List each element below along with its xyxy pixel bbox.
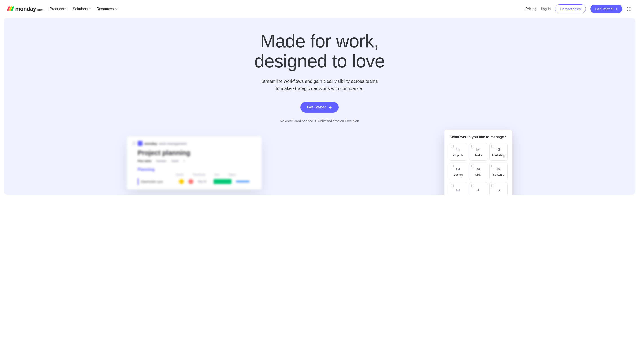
login-link[interactable]: Log in — [541, 7, 551, 11]
hero-title-line2: designed to love — [254, 51, 385, 71]
product-preview-card: monday work management Project planning … — [127, 136, 262, 190]
board-tab: Kanban — [156, 159, 166, 163]
logo[interactable]: monday .com — [8, 6, 43, 12]
checkbox-icon — [491, 165, 494, 168]
avatar-icon — [188, 179, 193, 184]
hero-cta: Get Started — [219, 102, 420, 113]
nav-links: Products Solutions Resources — [50, 7, 117, 11]
header-left: monday .com Products Solutions Resources — [8, 6, 118, 12]
manage-item-product[interactable] — [489, 182, 508, 195]
status-badge — [214, 179, 232, 184]
board-tab: Gantt — [171, 159, 179, 163]
manage-label: Projects — [453, 154, 463, 157]
nav-products[interactable]: Products — [50, 7, 67, 11]
top-nav: monday .com Products Solutions Resources — [0, 0, 639, 18]
checkbox-icon — [471, 165, 474, 168]
get-started-hero-label: Get Started — [307, 105, 327, 110]
gear-icon — [476, 188, 480, 192]
hero-subtitle: Streamline workflows and gain clear visi… — [219, 78, 420, 92]
manage-item-projects[interactable]: Projects — [449, 143, 467, 161]
svg-point-5 — [499, 169, 499, 170]
col: Timeframe — [193, 173, 205, 176]
hero-subtitle-line1: Streamline workflows and gain clear visi… — [261, 79, 378, 84]
manage-item-tasks[interactable]: Tasks — [469, 143, 487, 161]
row-name: Stakeholder sync — [141, 180, 175, 183]
nav-resources[interactable]: Resources — [97, 7, 117, 11]
manage-label: Software — [493, 173, 504, 176]
logo-text: monday — [15, 6, 36, 12]
apps-grid-icon[interactable] — [627, 7, 631, 11]
manage-label: Marketing — [492, 154, 505, 157]
product-brand: monday — [144, 142, 157, 146]
hero-note: No credit card needed ✦ Unlimited time o… — [219, 119, 420, 123]
svg-rect-6 — [457, 189, 459, 191]
checkbox-icon — [451, 165, 453, 168]
board-columns: Owner Timeframe Due Status — [176, 173, 256, 176]
nav-solutions[interactable]: Solutions — [73, 7, 91, 11]
svg-point-4 — [497, 168, 498, 168]
manage-item-software[interactable]: Software — [489, 163, 508, 180]
board-tab: Plan table — [138, 159, 151, 163]
svg-point-9 — [499, 190, 499, 190]
col: Due — [214, 173, 219, 176]
col: Owner — [176, 173, 184, 176]
manage-item-crm[interactable]: CRM — [469, 163, 487, 180]
chevron-down-icon — [115, 8, 118, 10]
row-date: Sep 10 — [198, 180, 209, 183]
hero-title-line1: Made for work, — [260, 31, 379, 51]
design-icon — [456, 167, 460, 171]
board-tabs: Plan table Kanban Gantt + — [138, 159, 256, 163]
nav-resources-label: Resources — [97, 7, 114, 11]
manage-card-title: What would you like to manage? — [449, 135, 508, 139]
checkbox-icon — [471, 145, 474, 148]
product-sub: work management — [159, 142, 187, 146]
svg-point-8 — [497, 189, 498, 190]
arrow-right-icon — [329, 106, 332, 109]
get-started-header-button[interactable]: Get Started — [590, 5, 622, 13]
nav-solutions-label: Solutions — [73, 7, 88, 11]
manage-label: Design — [453, 173, 462, 176]
contact-sales-button[interactable]: Contact sales — [555, 4, 586, 13]
logo-suffix: .com — [37, 8, 43, 12]
logo-mark-icon — [8, 6, 14, 11]
hamburger-icon — [132, 142, 136, 145]
contact-sales-label: Contact sales — [560, 7, 581, 11]
manage-card: What would you like to manage? Projects — [444, 130, 512, 195]
manage-item-design[interactable]: Design — [449, 163, 467, 180]
header-right: Pricing Log in Contact sales Get Started — [525, 4, 631, 13]
arrow-right-icon — [614, 8, 617, 10]
chevron-down-icon — [89, 8, 91, 10]
nav-products-label: Products — [50, 7, 64, 11]
manage-item-it[interactable] — [449, 182, 467, 195]
get-started-hero-button[interactable]: Get Started — [300, 102, 339, 113]
manage-item-marketing[interactable]: Marketing — [489, 143, 508, 161]
svg-point-10 — [498, 191, 498, 192]
manage-label: CRM — [475, 173, 482, 176]
megaphone-icon — [496, 147, 501, 152]
hero-title: Made for work, designed to love — [219, 31, 420, 71]
handshake-icon — [476, 167, 480, 171]
checkbox-icon — [491, 184, 494, 187]
hero-subtitle-line2: to make strategic decisions with confide… — [276, 86, 363, 91]
board-row: Stakeholder sync Sep 10 — [138, 178, 256, 185]
chevron-down-icon — [65, 8, 67, 10]
board-title: Project planning — [138, 149, 256, 157]
tasks-icon — [476, 147, 480, 152]
manage-item-ops[interactable] — [469, 182, 487, 195]
sliders-icon — [496, 167, 501, 171]
checkbox-icon — [491, 145, 494, 148]
adjust-icon — [496, 188, 501, 192]
checkbox-icon — [451, 184, 453, 187]
pricing-link[interactable]: Pricing — [525, 7, 536, 11]
progress-bar-icon — [236, 181, 249, 182]
hero-content: Made for work, designed to love Streamli… — [219, 31, 420, 123]
get-started-header-label: Get Started — [595, 7, 612, 11]
avatar-icon — [179, 179, 184, 184]
hero-section: Made for work, designed to love Streamli… — [4, 18, 635, 195]
board-tab: + — [183, 159, 185, 163]
manage-grid: Projects Tasks Marketing — [449, 143, 508, 195]
col: Status — [228, 173, 236, 176]
checkbox-icon — [451, 145, 453, 148]
projects-icon — [456, 147, 460, 152]
checkbox-icon — [471, 184, 474, 187]
